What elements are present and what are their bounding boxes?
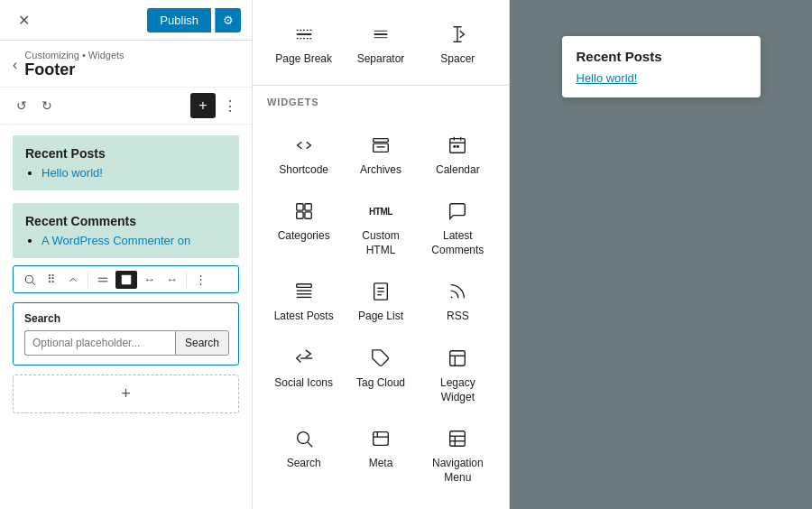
svg-rect-12 <box>374 138 389 142</box>
meta-icon <box>371 426 391 451</box>
widget-item-navigation-menu[interactable]: Navigation Menu <box>420 413 496 494</box>
panel-title: Footer <box>24 60 124 79</box>
commenter-link[interactable]: A WordPress Commenter on <box>42 234 190 247</box>
top-widget-grid: Page Break Separator Spacer <box>253 0 509 85</box>
search-tool-button[interactable] <box>19 271 41 289</box>
widget-item-search[interactable]: Search <box>265 413 342 494</box>
page-break-icon <box>294 22 314 47</box>
redo-button[interactable]: ↻ <box>36 95 58 116</box>
toolbar-row: ↺ ↻ + ⋮ <box>0 88 252 125</box>
svg-rect-40 <box>374 432 389 446</box>
move-tool-button[interactable] <box>62 271 84 289</box>
latest-comments-icon <box>448 199 467 224</box>
separator-label: Separator <box>357 52 405 67</box>
search-submit-button[interactable]: Search <box>175 330 229 356</box>
search-input-group: Search <box>24 330 227 356</box>
archives-label: Archives <box>360 163 401 178</box>
svg-rect-2 <box>98 277 108 278</box>
spacer-label: Spacer <box>440 52 475 67</box>
recent-posts-heading: Recent Posts <box>25 146 226 161</box>
widget-item-categories[interactable]: Categories <box>265 186 342 266</box>
navigation-menu-label: Navigation Menu <box>427 457 489 485</box>
svg-line-39 <box>308 442 312 447</box>
widget-more-button[interactable]: ⋮ <box>190 270 211 289</box>
archives-icon <box>371 133 391 158</box>
align-tool-button[interactable] <box>92 271 114 289</box>
tag-cloud-icon <box>371 346 391 371</box>
svg-rect-24 <box>305 212 311 218</box>
widget-item-calendar[interactable]: Calendar <box>420 120 496 187</box>
widget-item-rss[interactable]: RSS <box>420 266 496 333</box>
recent-comments-heading: Recent Comments <box>25 214 226 228</box>
shortcode-icon <box>294 133 314 158</box>
svg-rect-23 <box>296 212 302 218</box>
svg-point-33 <box>451 297 453 299</box>
recent-comments-block: Recent Comments A WordPress Commenter on <box>13 203 239 258</box>
rss-icon <box>448 279 467 304</box>
svg-rect-19 <box>454 145 457 148</box>
preview-card: Recent Posts Hello world! <box>562 36 761 97</box>
block-tool-button[interactable] <box>115 271 137 289</box>
search-widget-icon <box>294 426 314 451</box>
list-item: A WordPress Commenter on <box>42 234 226 247</box>
search-input[interactable] <box>24 330 175 356</box>
meta-label: Meta <box>369 457 393 471</box>
categories-icon <box>294 199 314 224</box>
widget-item-page-break[interactable]: Page Break <box>265 9 342 76</box>
search-widget: Search Search <box>13 302 239 366</box>
breadcrumb-area: ‹ Customizing • Widgets Footer <box>0 41 252 88</box>
shortcode-label: Shortcode <box>279 163 328 178</box>
top-bar: ✕ Publish ⚙ <box>0 0 252 41</box>
social-icons-icon <box>294 346 314 371</box>
middle-scroll: Page Break Separator Spacer WIDGETS <box>253 0 509 509</box>
more-options-button[interactable]: ⋮ <box>219 94 241 118</box>
add-block-button[interactable]: + <box>13 375 239 413</box>
widget-item-legacy-widget[interactable]: Legacy Widget <box>420 333 496 413</box>
latest-comments-label: Latest Comments <box>427 229 489 257</box>
categories-label: Categories <box>278 229 330 244</box>
publish-button[interactable]: Publish <box>147 8 211 32</box>
widget-item-social-icons[interactable]: Social Icons <box>265 333 342 413</box>
separator-icon <box>371 22 391 47</box>
rss-label: RSS <box>447 310 469 324</box>
post-link[interactable]: Hello world! <box>42 166 103 180</box>
gear-button[interactable]: ⚙ <box>215 8 241 32</box>
widget-item-latest-posts[interactable]: Latest Posts <box>265 266 342 333</box>
add-block-toolbar-button[interactable]: + <box>190 93 216 118</box>
inline-tool-button[interactable]: ↔ <box>139 270 160 289</box>
undo-button[interactable]: ↺ <box>11 95 32 116</box>
wide-tool-button[interactable]: ↔ <box>161 270 182 289</box>
widget-item-archives[interactable]: Archives <box>342 120 419 187</box>
svg-rect-5 <box>296 33 311 35</box>
widget-item-latest-comments[interactable]: Latest Comments <box>420 186 496 266</box>
content-area: Recent Posts Hello world! Recent Comment… <box>0 125 252 509</box>
right-panel: Recent Posts Hello world! <box>510 0 812 509</box>
svg-rect-21 <box>296 204 302 210</box>
widget-item-spacer[interactable]: Spacer <box>420 9 496 76</box>
latest-posts-icon <box>294 279 314 304</box>
drag-tool-button[interactable]: ⠿ <box>42 270 60 289</box>
spacer-icon <box>448 22 467 47</box>
widget-item-page-list[interactable]: Page List <box>342 266 419 333</box>
custom-html-icon: HTML <box>369 199 392 224</box>
preview-link[interactable]: Hello world! <box>577 71 638 85</box>
legacy-widget-label: Legacy Widget <box>427 376 489 404</box>
preview-heading: Recent Posts <box>577 49 746 64</box>
widgets-grid: Shortcode Archives Calendar <box>253 111 509 504</box>
recent-posts-block: Recent Posts Hello world! <box>13 135 239 190</box>
back-button[interactable]: ‹ <box>13 57 17 73</box>
widget-item-meta[interactable]: Meta <box>342 413 419 494</box>
middle-panel: Page Break Separator Spacer WIDGETS <box>253 0 510 509</box>
widgets-section-label: WIDGETS <box>253 89 509 111</box>
svg-rect-35 <box>450 351 466 366</box>
page-list-label: Page List <box>358 310 403 324</box>
close-button[interactable]: ✕ <box>11 7 36 32</box>
list-item: Hello world! <box>42 166 226 180</box>
widget-item-shortcode[interactable]: Shortcode <box>265 120 342 187</box>
widget-item-separator[interactable]: Separator <box>342 9 419 76</box>
widget-item-custom-html[interactable]: HTML Custom HTML <box>342 186 419 266</box>
custom-html-label: Custom HTML <box>349 229 411 257</box>
widget-item-tag-cloud[interactable]: Tag Cloud <box>342 333 419 413</box>
section-divider <box>253 85 509 86</box>
breadcrumb: Customizing • Widgets <box>24 50 124 60</box>
